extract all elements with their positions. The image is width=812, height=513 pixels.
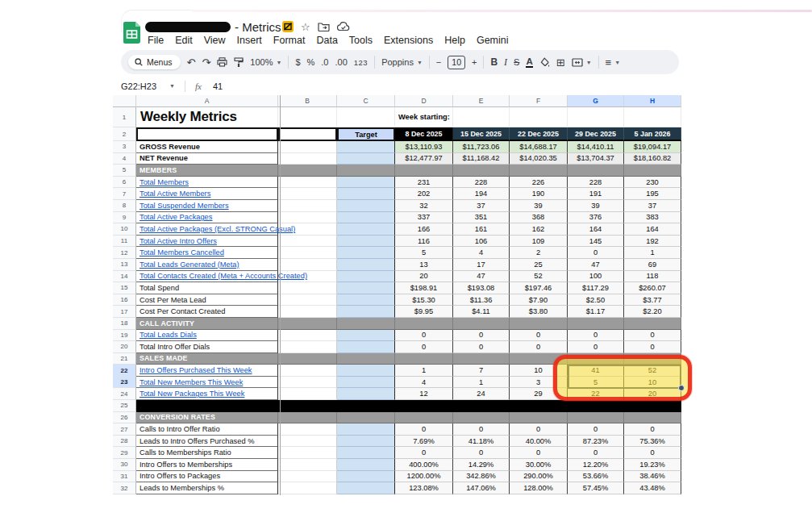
cell-A9-metric-label[interactable]: Total Active Packages (136, 212, 278, 224)
column-header-H[interactable]: H (624, 95, 681, 107)
zoom-select[interactable]: 100%▼ (250, 57, 281, 67)
row-header-14[interactable]: 14 (113, 271, 136, 283)
row-header-1[interactable]: 1 (113, 107, 136, 127)
cell-E29-value[interactable]: 0 (453, 447, 510, 459)
cell-H19-value[interactable]: 0 (624, 330, 681, 342)
cell-C18[interactable] (337, 318, 395, 330)
cell-D15-value[interactable]: $198.91 (395, 282, 453, 294)
cell-C29-target[interactable] (337, 447, 395, 459)
row-header-30[interactable]: 30 (113, 459, 136, 471)
cell-E26[interactable] (453, 412, 510, 424)
fill-handle[interactable] (678, 385, 685, 391)
cell-E5[interactable] (453, 165, 510, 177)
cell-G14-value[interactable]: 100 (568, 271, 624, 283)
row-header-27[interactable]: 27 (113, 423, 136, 436)
cell-D25[interactable] (395, 400, 453, 412)
cell-B21[interactable] (278, 353, 337, 365)
cell-H30-value[interactable]: 19.23% (624, 459, 681, 471)
paint-format-icon[interactable] (234, 57, 244, 68)
cell-E32-value[interactable]: 147.06% (453, 482, 510, 494)
cell-F20-value[interactable]: 0 (510, 341, 568, 353)
strikethrough-button[interactable]: S (514, 57, 519, 67)
cell-G25[interactable] (568, 400, 624, 412)
row-header-32[interactable]: 32 (113, 482, 136, 494)
cell-A24-metric-label[interactable]: Total New Packages This Week (136, 388, 278, 400)
cell-B30[interactable] (278, 459, 337, 471)
cell-B6[interactable] (278, 177, 337, 189)
format-percent-button[interactable]: % (307, 57, 315, 67)
cell-B19[interactable] (278, 330, 337, 342)
row-header-9[interactable]: 9 (113, 212, 136, 224)
cell-B13[interactable] (278, 259, 337, 271)
merge-cells-button[interactable]: ▼ (572, 58, 592, 67)
cell-D31-value[interactable]: 1200.00% (395, 471, 453, 483)
row-header-31[interactable]: 31 (113, 471, 136, 483)
cell-A8-metric-label[interactable]: Total Suspended Members (136, 200, 278, 212)
cell-C1[interactable] (337, 107, 395, 127)
cell-D11-value[interactable]: 116 (395, 236, 453, 248)
cell-F15-value[interactable]: $197.46 (510, 282, 568, 294)
cell-C24-target[interactable] (337, 388, 395, 400)
cell-D12-value[interactable]: 5 (395, 247, 453, 259)
cell-E2-date[interactable]: 15 Dec 2025 (453, 127, 510, 141)
frozen-pane-divider[interactable] (280, 95, 281, 495)
cell-C2-target[interactable]: Target (337, 127, 395, 141)
cell-G4-value[interactable]: $13,704.37 (568, 153, 624, 165)
cell-D14-value[interactable]: 20 (395, 271, 453, 283)
cell-F6-value[interactable]: 226 (510, 177, 568, 189)
cell-E23-value[interactable]: 1 (453, 377, 510, 389)
cell-E1[interactable] (453, 107, 510, 127)
cell-H2-date[interactable]: 5 Jan 2026 (624, 127, 681, 141)
cell-B25[interactable] (278, 400, 337, 412)
cell-E16-value[interactable]: $11.36 (453, 294, 510, 307)
cell-E25[interactable] (453, 400, 510, 412)
cell-C9-target[interactable] (337, 212, 395, 224)
column-header-F[interactable]: F (510, 95, 568, 107)
row-header-10[interactable]: 10 (113, 223, 136, 236)
cell-A20-metric-label[interactable]: Total Intro Offer Dials (136, 341, 278, 353)
cell-F32-value[interactable]: 128.00% (510, 482, 568, 494)
cell-F28-value[interactable]: 40.00% (510, 436, 568, 448)
menu-help[interactable]: Help (444, 35, 465, 46)
cell-E11-value[interactable]: 106 (453, 236, 510, 248)
cell-G10-value[interactable]: 164 (568, 223, 624, 236)
row-header-3[interactable]: 3 (113, 141, 136, 153)
cell-G7-value[interactable]: 191 (568, 188, 624, 200)
cell-C23-target[interactable] (337, 377, 395, 389)
cell-G18[interactable] (568, 318, 624, 330)
undo-icon[interactable]: ↶ (187, 57, 196, 68)
cell-H27-value[interactable]: 0 (624, 423, 681, 436)
cell-D4-value[interactable]: $12,477.97 (395, 153, 453, 165)
cell-C13-target[interactable] (337, 259, 395, 271)
cell-G28-value[interactable]: 87.23% (568, 436, 624, 448)
cell-D6-value[interactable]: 231 (395, 177, 453, 189)
row-header-18[interactable]: 18 (113, 318, 136, 330)
cell-C12-target[interactable] (337, 247, 395, 259)
increase-font-size-button[interactable]: + (472, 57, 477, 67)
cell-C5[interactable] (337, 165, 395, 177)
cell-B16[interactable] (278, 294, 337, 307)
cell-A18-section[interactable]: CALL ACTIVITY (136, 318, 278, 330)
cell-D5[interactable] (395, 165, 453, 177)
cell-D17-value[interactable]: $9.95 (395, 306, 453, 318)
cell-D8-value[interactable]: 32 (395, 200, 453, 212)
menu-view[interactable]: View (204, 35, 226, 46)
chevron-down-icon[interactable]: ▼ (169, 83, 175, 89)
row-header-24[interactable]: 24 (113, 388, 136, 400)
cell-B29[interactable] (278, 447, 337, 459)
row-header-16[interactable]: 16 (113, 294, 136, 307)
cell-F16-value[interactable]: $7.90 (510, 294, 568, 307)
cell-D29-value[interactable]: 0 (395, 447, 453, 459)
cell-B27[interactable] (278, 423, 337, 436)
cell-B8[interactable] (278, 200, 337, 212)
menu-format[interactable]: Format (273, 35, 306, 46)
cell-B28[interactable] (278, 436, 337, 448)
cell-A31-metric-label[interactable]: Intro Offers to Packages (136, 471, 278, 483)
cell-C7-target[interactable] (337, 188, 395, 200)
cell-G1[interactable] (568, 107, 624, 127)
cell-D1-week-starting[interactable]: Week starting: (395, 107, 453, 127)
cell-A16-metric-label[interactable]: Cost Per Meta Lead (136, 294, 278, 307)
cell-H32-value[interactable]: 43.48% (624, 482, 681, 494)
cell-C28-target[interactable] (337, 436, 395, 448)
menu-extensions[interactable]: Extensions (384, 35, 433, 46)
